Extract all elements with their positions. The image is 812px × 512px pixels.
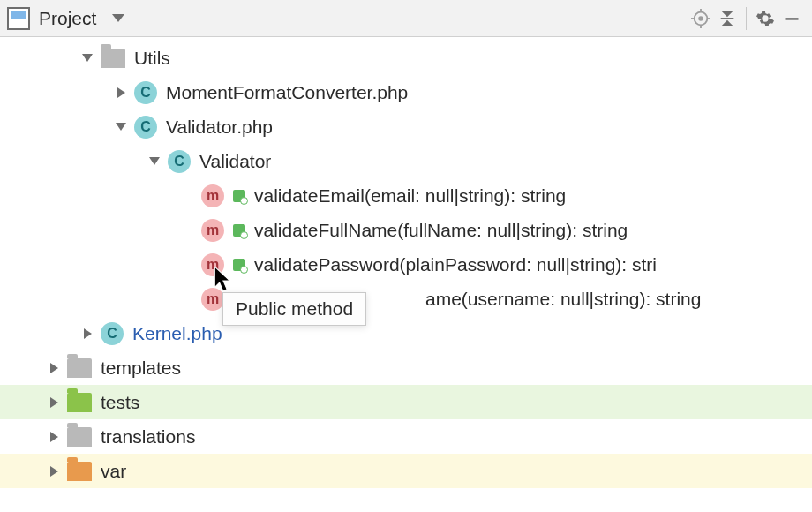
- chevron-down-icon: [82, 54, 93, 62]
- public-visibility-icon: [233, 259, 245, 271]
- tree-node-class[interactable]: C Validator: [0, 144, 812, 178]
- svg-marker-10: [214, 267, 229, 291]
- node-label: Utils: [134, 48, 170, 69]
- expand-toggle[interactable]: [46, 363, 62, 373]
- node-label: validateEmail(email: null|string): strin…: [254, 185, 566, 207]
- node-label: translations: [101, 426, 195, 448]
- node-label: Validator.php: [166, 117, 273, 138]
- chevron-right-icon: [50, 397, 58, 408]
- node-label: validatePassword(plainPassword: null|str…: [254, 254, 657, 275]
- class-icon: C: [134, 81, 157, 104]
- node-label: Validator: [199, 151, 271, 172]
- svg-marker-8: [722, 19, 733, 25]
- method-icon: m: [201, 184, 224, 207]
- expand-toggle[interactable]: [46, 466, 62, 477]
- node-label: ame(username: null|string): string: [425, 289, 701, 310]
- svg-point-1: [699, 17, 703, 20]
- view-selector[interactable]: Project: [7, 7, 124, 30]
- tree-node-method[interactable]: m validateEmail(email: null|string): str…: [0, 178, 812, 213]
- expand-toggle[interactable]: [113, 87, 129, 98]
- folder-icon: [67, 358, 92, 378]
- tree-node-file[interactable]: C Kernel.php: [0, 316, 812, 350]
- public-visibility-icon: [233, 224, 245, 237]
- view-label: Project: [39, 8, 96, 29]
- chevron-right-icon: [50, 363, 58, 373]
- tree-node-folder[interactable]: templates: [0, 350, 812, 385]
- node-label: tests: [101, 392, 139, 413]
- tree-node-folder[interactable]: tests: [0, 385, 812, 419]
- public-visibility-icon: [233, 190, 245, 202]
- test-folder-icon: [67, 393, 92, 412]
- tree-node-method[interactable]: m validatePassword(plainPassword: null|s…: [0, 247, 812, 282]
- expand-toggle[interactable]: [79, 54, 95, 62]
- tree-node-folder[interactable]: var: [0, 454, 812, 488]
- expand-toggle[interactable]: [46, 432, 62, 442]
- chevron-down-icon: [149, 157, 160, 165]
- node-label: templates: [101, 358, 181, 379]
- chevron-right-icon: [50, 432, 58, 442]
- chevron-down-icon: [116, 123, 126, 131]
- expand-toggle[interactable]: [147, 157, 162, 165]
- tree-node-method[interactable]: m validateFullName(fullName: null|string…: [0, 213, 812, 247]
- project-view-icon: [7, 7, 30, 30]
- toolbar-divider: [746, 7, 747, 30]
- tree-node-folder[interactable]: translations: [0, 419, 812, 454]
- mouse-cursor-icon: [214, 267, 234, 293]
- expand-toggle[interactable]: [79, 328, 95, 339]
- svg-rect-7: [721, 18, 734, 19]
- tooltip-text: Public method: [236, 298, 353, 319]
- node-label: var: [101, 461, 126, 482]
- node-label: Kernel.php: [132, 323, 222, 344]
- class-icon: C: [101, 322, 124, 345]
- svg-marker-6: [722, 11, 733, 16]
- method-icon: m: [201, 219, 224, 242]
- expand-toggle[interactable]: [46, 397, 62, 408]
- tooltip: Public method: [222, 292, 366, 326]
- chevron-right-icon: [50, 466, 58, 477]
- hide-button[interactable]: [778, 5, 805, 32]
- project-tree: Utils C MomentFormatConverter.php C Vali…: [0, 37, 812, 488]
- titlebar: Project: [0, 0, 812, 37]
- class-icon: C: [134, 116, 157, 139]
- chevron-right-icon: [117, 87, 125, 98]
- tree-node-method[interactable]: m ame(username: null|string): string: [0, 282, 812, 316]
- chevron-down-icon: [112, 14, 124, 22]
- chevron-right-icon: [84, 328, 92, 339]
- class-icon: C: [168, 150, 191, 173]
- folder-icon: [101, 49, 125, 68]
- settings-button[interactable]: [752, 5, 778, 32]
- node-label: MomentFormatConverter.php: [166, 82, 408, 103]
- tree-node-folder[interactable]: Utils: [0, 41, 812, 75]
- expand-toggle[interactable]: [113, 123, 129, 131]
- collapse-all-button[interactable]: [714, 5, 741, 32]
- svg-rect-9: [786, 18, 799, 20]
- excluded-folder-icon: [67, 462, 92, 481]
- node-label: validateFullName(fullName: null|string):…: [254, 220, 628, 241]
- tree-node-file[interactable]: C MomentFormatConverter.php: [0, 75, 812, 109]
- locate-button[interactable]: [688, 5, 714, 32]
- tree-node-file[interactable]: C Validator.php: [0, 109, 812, 144]
- folder-icon: [67, 427, 92, 447]
